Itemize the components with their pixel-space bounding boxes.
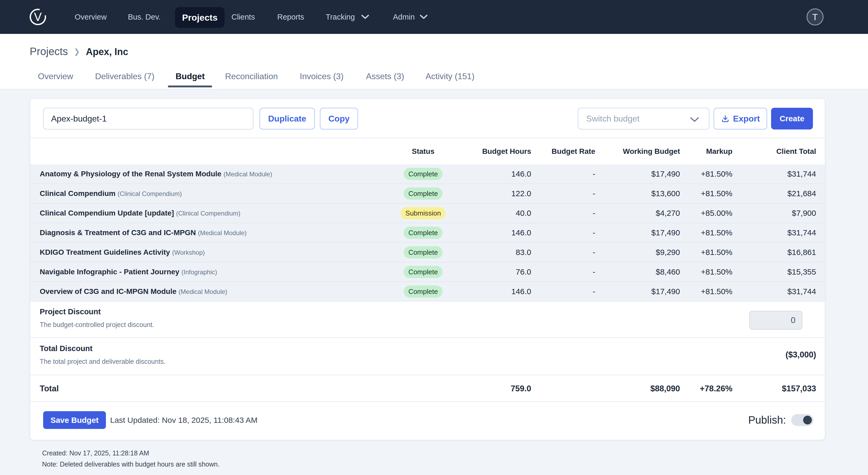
svg-text:V: V [34, 10, 42, 23]
